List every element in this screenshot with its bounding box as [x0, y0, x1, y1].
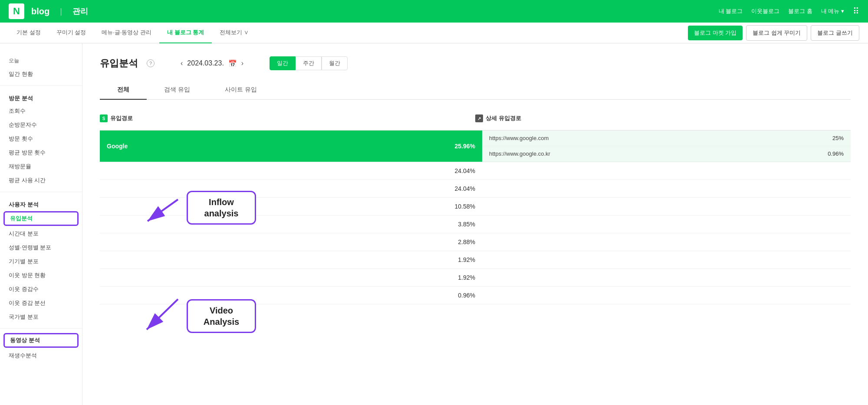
subnav-design-settings[interactable]: 꾸미기 설정 [49, 23, 94, 43]
top-nav-left: N blog | 관리 [9, 3, 88, 19]
sidebar-today-title: 오늘 [0, 52, 82, 67]
top-nav-right: 내 블로그 이웃블로그 블로그 홈 내 메뉴 ▾ ⠿ [719, 6, 859, 16]
inflow-cell-9: 0.96% [100, 287, 482, 304]
sidebar: 오늘 일간 현황 방문 분석 조회수 순방문자수 방문 횟수 평균 방문 횟수 … [0, 43, 82, 405]
sidebar-unique-visitors[interactable]: 순방문자수 [0, 118, 82, 132]
sidebar-neighbor-increase[interactable]: 이웃 증감수 [0, 282, 82, 296]
subnav-basic-settings[interactable]: 기본 설정 [9, 23, 49, 43]
help-icon[interactable]: ? [147, 59, 155, 67]
sidebar-playback-analysis[interactable]: 재생수분석 [0, 349, 82, 363]
sidebar-views[interactable]: 조회수 [0, 104, 82, 118]
next-date-arrow[interactable]: › [241, 59, 243, 67]
sidebar-avg-visit-count[interactable]: 평균 방문 횟수 [0, 146, 82, 160]
sub-navigation: 기본 설정 꾸미기 설정 메뉴·글·동영상 관리 내 블로그 통계 전체보기 ∨… [0, 23, 868, 43]
table-row: Google 25.96% https://www.google.com 25%… [100, 131, 851, 162]
sidebar-device[interactable]: 기기별 분포 [0, 255, 82, 268]
inflow-cell-7: 1.92% [100, 251, 482, 268]
blog-home-link[interactable]: 블로그 홈 [788, 7, 812, 15]
sidebar-inflow-analysis[interactable]: 유입분석 [3, 211, 79, 226]
calendar-icon[interactable]: 📅 [228, 59, 237, 68]
detail-pct-1: 25% [832, 135, 844, 141]
blog-easy-design-button[interactable]: 블로그 쉽게 꾸미기 [746, 25, 807, 41]
date-navigation: ‹ 2024.03.23. 📅 › [181, 59, 243, 68]
detail-sub-row-2: https://www.google.co.kr 0.96% [482, 146, 851, 162]
sidebar-time-distribution[interactable]: 시간대 분포 [0, 227, 82, 241]
subnav-blog-stats[interactable]: 내 블로그 통계 [159, 23, 212, 43]
sub-nav-items: 기본 설정 꾸미기 설정 메뉴·글·동영상 관리 내 블로그 통계 전체보기 ∨ [9, 23, 256, 43]
subnav-view-all[interactable]: 전체보기 ∨ [212, 23, 256, 43]
detail-col-icon: ↗ [475, 114, 483, 122]
col-inflow-header: S 유입경로 [100, 114, 475, 122]
inflow-cell-6: 2.88% [100, 233, 482, 251]
logo-mgmt: 관리 [72, 6, 88, 16]
table-row: 10.58% [100, 198, 851, 216]
inflow-col-icon: S [100, 114, 108, 122]
period-daily-button[interactable]: 일간 [270, 56, 296, 70]
table-row: 24.04% [100, 162, 851, 180]
neighbor-blog-link[interactable]: 이웃블로그 [751, 7, 779, 15]
sidebar-visit-section: 방문 분석 [0, 90, 82, 104]
inflow-pct-5: 3.85% [458, 221, 475, 228]
page-title: 유입분석 [100, 57, 138, 70]
inflow-table: S 유입경로 ↗ 상세 유입경로 Google 25.96% https://w… [100, 110, 851, 304]
blog-market-join-button[interactable]: 블로그 마켓 가입 [688, 26, 743, 40]
sidebar-visit-count[interactable]: 방문 횟수 [0, 132, 82, 146]
tab-row: 전체 검색 유입 사이트 유입 [100, 81, 851, 100]
inflow-col-label: 유입경로 [110, 114, 133, 122]
period-buttons: 일간 주간 월간 [270, 56, 348, 70]
sidebar-country[interactable]: 국가별 분포 [0, 310, 82, 324]
table-row: 3.85% [100, 216, 851, 233]
logo-blog: blog [31, 7, 49, 16]
inflow-pct-4: 10.58% [455, 203, 475, 210]
tab-site-inflow[interactable]: 사이트 유입 [207, 81, 274, 100]
inflow-pct-2: 24.04% [455, 167, 475, 174]
sidebar-gender-age[interactable]: 성별·연령별 분포 [0, 241, 82, 255]
current-date: 2024.03.23. [187, 59, 224, 67]
table-row: 1.92% [100, 269, 851, 287]
inflow-label-google: Google [107, 143, 128, 150]
tab-search-inflow[interactable]: 검색 유입 [147, 81, 207, 100]
tab-all[interactable]: 전체 [100, 81, 147, 100]
sidebar-video-section: 동영상 분석 [3, 333, 79, 348]
my-menu-link[interactable]: 내 메뉴 ▾ [821, 7, 844, 15]
col-detail-header: ↗ 상세 유입경로 [475, 114, 851, 122]
inflow-pct-6: 2.88% [458, 238, 475, 245]
period-weekly-button[interactable]: 주간 [296, 56, 322, 70]
detail-cell-4 [482, 198, 851, 215]
inflow-pct-3: 24.04% [455, 185, 475, 192]
inflow-pct-9: 0.96% [458, 292, 475, 299]
grid-icon[interactable]: ⠿ [853, 6, 859, 16]
inflow-cell-google: Google 25.96% [100, 131, 482, 162]
sidebar-avg-time[interactable]: 평균 사용 시간 [0, 173, 82, 187]
table-row: 2.88% [100, 233, 851, 251]
logo-divider: | [60, 7, 62, 16]
logo-n-box: N [9, 3, 24, 19]
top-navigation: N blog | 관리 내 블로그 이웃블로그 블로그 홈 내 메뉴 ▾ ⠿ [0, 0, 868, 23]
sub-nav-buttons: 블로그 마켓 가입 블로그 쉽게 꾸미기 블로그 글쓰기 [688, 25, 859, 41]
detail-cell-5 [482, 216, 851, 233]
content-area: 유입분석 ? ‹ 2024.03.23. 📅 › 일간 주간 월간 전체 검색 … [82, 43, 868, 405]
sidebar-neighbor-visit[interactable]: 이웃 방문 현황 [0, 268, 82, 282]
sidebar-daily-status[interactable]: 일간 현황 [0, 67, 82, 81]
sidebar-revisit-rate[interactable]: 재방문율 [0, 160, 82, 173]
inflow-cell-5: 3.85% [100, 216, 482, 233]
inflow-cell-4: 10.58% [100, 198, 482, 215]
detail-url-2: https://www.google.co.kr [489, 150, 550, 157]
period-monthly-button[interactable]: 월간 [322, 56, 348, 70]
inflow-pct-7: 1.92% [458, 256, 475, 263]
inflow-pct-8: 1.92% [458, 274, 475, 281]
subnav-menu-management[interactable]: 메뉴·글·동영상 관리 [94, 23, 159, 43]
prev-date-arrow[interactable]: ‹ [181, 59, 183, 67]
table-row: 24.04% [100, 180, 851, 198]
inflow-pct-google: 25.96% [455, 143, 475, 150]
sidebar-divider-3 [0, 328, 82, 329]
blog-write-button[interactable]: 블로그 글쓰기 [811, 25, 859, 41]
page-header: 유입분석 ? ‹ 2024.03.23. 📅 › 일간 주간 월간 [100, 56, 851, 70]
detail-cell-9 [482, 287, 851, 304]
table-row: 0.96% [100, 287, 851, 304]
my-blog-link[interactable]: 내 블로그 [719, 7, 743, 15]
logo-n: N [13, 6, 20, 17]
table-header: S 유입경로 ↗ 상세 유입경로 [100, 110, 851, 127]
sidebar-neighbor-trend[interactable]: 이웃 증감 분선 [0, 296, 82, 310]
sidebar-user-section: 사용자 분석 [0, 196, 82, 210]
